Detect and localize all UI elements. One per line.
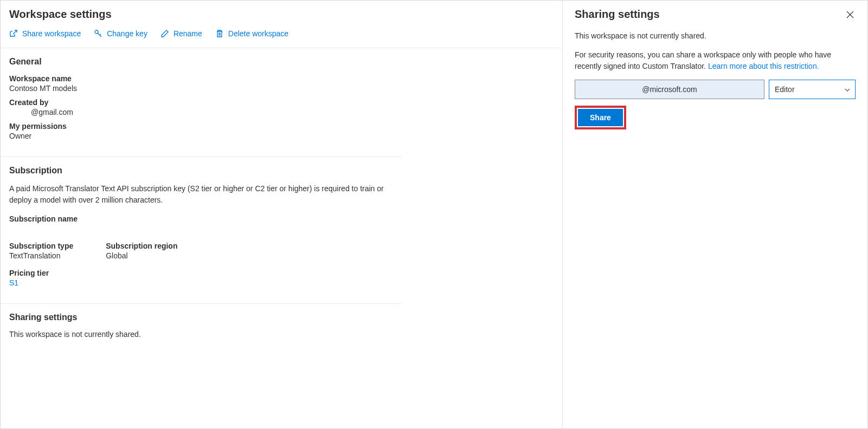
edit-icon [160, 29, 169, 38]
delete-workspace-label: Delete workspace [228, 29, 288, 38]
toolbar: Share workspace Change key Rename [1, 26, 562, 48]
sharing-section: Sharing settings This workspace is not c… [1, 304, 402, 355]
pricing-tier-label: Pricing tier [9, 269, 393, 277]
role-select-value: Editor [775, 85, 795, 94]
permissions-label: My permissions [9, 122, 393, 131]
page-title: Workspace settings [1, 1, 562, 26]
close-icon [846, 10, 854, 19]
subscription-type-value: TextTranslation [9, 251, 73, 260]
role-select[interactable]: Editor [769, 80, 856, 99]
share-button-highlight: Share [575, 106, 626, 129]
subscription-type-col: Subscription type TextTranslation [9, 238, 73, 265]
subscription-name-label: Subscription name [9, 214, 393, 223]
subscription-region-label: Subscription region [106, 242, 177, 250]
share-workspace-button[interactable]: Share workspace [9, 29, 81, 38]
learn-more-link[interactable]: Learn more about this restriction. [708, 62, 819, 70]
workspace-name-value: Contoso MT models [9, 84, 393, 93]
workspace-name-label: Workspace name [9, 74, 393, 83]
subscription-type-label: Subscription type [9, 242, 73, 250]
general-section: General Workspace name Contoso MT models… [1, 48, 402, 157]
subscription-section: Subscription A paid Microsoft Translator… [1, 157, 402, 304]
created-by-value: @gmail.com [9, 108, 393, 116]
rename-button[interactable]: Rename [160, 29, 202, 38]
created-by-label: Created by [9, 98, 393, 107]
change-key-label: Change key [107, 29, 147, 38]
subscription-region-value: Global [106, 251, 177, 260]
subscription-desc: A paid Microsoft Translator Text API sub… [9, 183, 393, 206]
permissions-value: Owner [9, 132, 393, 140]
change-key-button[interactable]: Change key [94, 29, 147, 38]
share-icon [9, 29, 18, 38]
close-button[interactable] [845, 9, 856, 20]
share-row: Editor [575, 80, 856, 99]
main-content: Workspace settings Share workspace Cha [1, 1, 563, 428]
general-heading: General [9, 57, 393, 67]
subscription-grid: Subscription type TextTranslation Subscr… [9, 238, 393, 265]
subscription-heading: Subscription [9, 166, 393, 176]
delete-workspace-button[interactable]: Delete workspace [215, 29, 288, 38]
sharing-heading: Sharing settings [9, 313, 393, 322]
chevron-down-icon [844, 86, 851, 93]
trash-icon [215, 29, 224, 38]
panel-status: This workspace is not currently shared. [575, 30, 856, 42]
key-icon [94, 29, 102, 38]
app-root: Workspace settings Share workspace Cha [0, 0, 868, 429]
share-workspace-label: Share workspace [22, 29, 81, 38]
rename-label: Rename [173, 29, 202, 38]
panel-title: Sharing settings [575, 8, 660, 21]
share-button[interactable]: Share [578, 109, 623, 126]
share-email-input[interactable] [575, 80, 764, 99]
panel-header: Sharing settings [575, 8, 856, 21]
subscription-name-value [9, 224, 393, 233]
sharing-panel: Sharing settings This workspace is not c… [563, 1, 867, 428]
panel-info: For security reasons, you can share a wo… [575, 49, 856, 72]
subscription-region-col: Subscription region Global [106, 238, 177, 265]
pricing-tier-value[interactable]: S1 [9, 278, 393, 287]
sharing-status: This workspace is not currently shared. [9, 330, 393, 339]
